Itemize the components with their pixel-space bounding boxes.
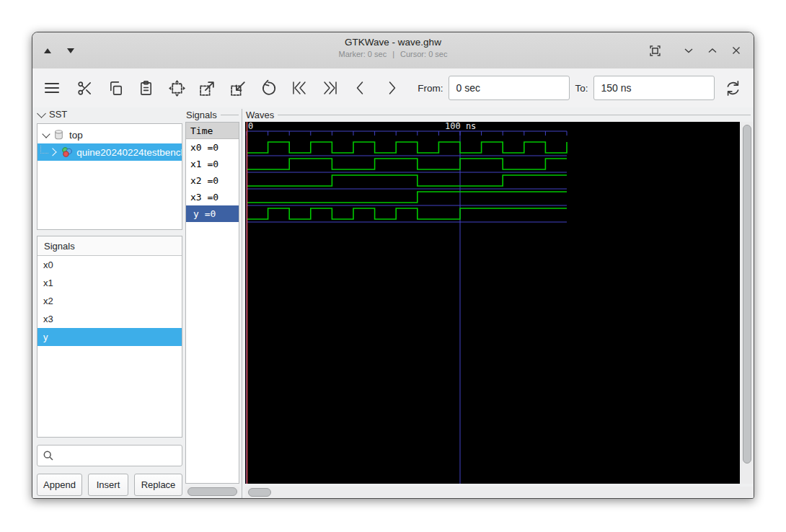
close-icon[interactable] <box>730 45 742 56</box>
sst-label: SST <box>49 109 67 120</box>
wave-name-row-x2[interactable]: x2 =0 <box>186 172 239 189</box>
signals-column-header[interactable]: Signals <box>37 236 182 256</box>
svg-text:0: 0 <box>248 122 253 131</box>
reload-icon[interactable] <box>723 76 744 99</box>
from-label: From: <box>418 83 443 94</box>
step-back-icon[interactable] <box>350 76 371 99</box>
shift-up-icon[interactable] <box>44 48 51 53</box>
cursor-status: Cursor: 0 sec <box>400 50 447 58</box>
main-content: SST top quine20240224testbench <box>32 107 754 498</box>
sst-expander[interactable]: SST <box>38 109 67 120</box>
toolbar: From: To: <box>32 68 754 107</box>
wave-names-frame-label: Signals <box>186 109 239 120</box>
window-title: GTKWave - wave.ghw <box>32 37 754 48</box>
screenshot-background: GTKWave - wave.ghw Marker: 0 sec|Cursor:… <box>0 0 786 532</box>
zoom-fit-icon[interactable] <box>167 76 187 99</box>
tree-row-top[interactable]: top <box>37 126 182 143</box>
wave-name-row-x0[interactable]: x0 =0 <box>186 139 239 156</box>
signal-search-box[interactable] <box>37 445 182 466</box>
marker-status: Marker: 0 sec <box>339 50 387 58</box>
undo-icon[interactable] <box>259 76 280 99</box>
wave-canvas[interactable]: 0100 ns <box>245 122 740 484</box>
sst-tree: top quine20240224testbench <box>37 123 182 230</box>
copy-icon[interactable] <box>105 76 126 99</box>
wave-name-row-y[interactable]: y =0 <box>186 205 239 222</box>
tree-item-label: quine20240224testbench <box>76 147 182 158</box>
search-icon <box>43 450 54 461</box>
waves-vscrollbar[interactable] <box>741 122 753 484</box>
wave-names-panel: Time x0 =0x1 =0x2 =0x3 =0y =0 <box>185 122 239 484</box>
wave-name-row-x3[interactable]: x3 =0 <box>186 189 239 205</box>
skip-to-start-icon[interactable] <box>289 76 310 99</box>
tree-branch <box>40 146 48 154</box>
tree-row-testbench[interactable]: quine20240224testbench <box>37 143 182 161</box>
scrollbar-thumb[interactable] <box>743 125 751 464</box>
svg-text:100 ns: 100 ns <box>445 122 476 131</box>
pane-splitter[interactable] <box>242 109 242 498</box>
process-icon <box>61 146 73 158</box>
signal-search-panel: Signals x0x1x2x3y <box>37 236 182 438</box>
menu-icon[interactable] <box>40 76 64 99</box>
chevron-down-icon[interactable] <box>42 130 50 138</box>
shift-down-icon[interactable] <box>67 48 74 53</box>
cut-icon[interactable] <box>74 76 95 99</box>
signal-list: x0x1x2x3y <box>37 256 182 346</box>
from-input[interactable] <box>449 76 570 100</box>
chevron-right-icon[interactable] <box>48 148 56 156</box>
waves-hscrollbar[interactable] <box>245 487 753 497</box>
status-line: Marker: 0 sec|Cursor: 0 sec <box>32 50 754 58</box>
signal-list-item-x0[interactable]: x0 <box>37 256 182 274</box>
gtkwave-window: GTKWave - wave.ghw Marker: 0 sec|Cursor:… <box>32 32 754 499</box>
status-separator: | <box>392 50 394 58</box>
to-label: To: <box>575 83 588 94</box>
signal-list-item-x2[interactable]: x2 <box>37 292 182 310</box>
insert-button[interactable]: Insert <box>88 474 128 496</box>
signal-list-item-y[interactable]: y <box>37 328 182 346</box>
keep-above-icon[interactable] <box>649 45 661 56</box>
tree-item-label: top <box>69 130 83 141</box>
to-input[interactable] <box>593 76 715 100</box>
scrollbar-thumb[interactable] <box>248 488 271 497</box>
wave-name-row-x1[interactable]: x1 =0 <box>186 156 239 172</box>
skip-to-end-icon[interactable] <box>320 76 341 99</box>
zoom-out-icon[interactable] <box>228 76 249 99</box>
wave-names-hscrollbar[interactable] <box>185 487 239 496</box>
time-header[interactable]: Time <box>186 123 239 139</box>
paste-icon[interactable] <box>136 76 156 99</box>
waves-frame-label: Waves <box>246 109 751 120</box>
signal-list-item-x1[interactable]: x1 <box>37 274 182 292</box>
zoom-in-icon[interactable] <box>197 76 218 99</box>
replace-button[interactable]: Replace <box>134 474 182 496</box>
chevron-down-icon <box>37 109 46 118</box>
scrollbar-thumb[interactable] <box>187 487 237 496</box>
titlebar[interactable]: GTKWave - wave.ghw Marker: 0 sec|Cursor:… <box>32 32 754 69</box>
module-icon <box>53 129 64 141</box>
maximize-icon[interactable] <box>707 45 718 56</box>
minimize-icon[interactable] <box>683 45 694 56</box>
step-forward-icon[interactable] <box>381 76 402 99</box>
append-button[interactable]: Append <box>37 474 82 496</box>
signal-list-item-x3[interactable]: x3 <box>37 310 182 328</box>
